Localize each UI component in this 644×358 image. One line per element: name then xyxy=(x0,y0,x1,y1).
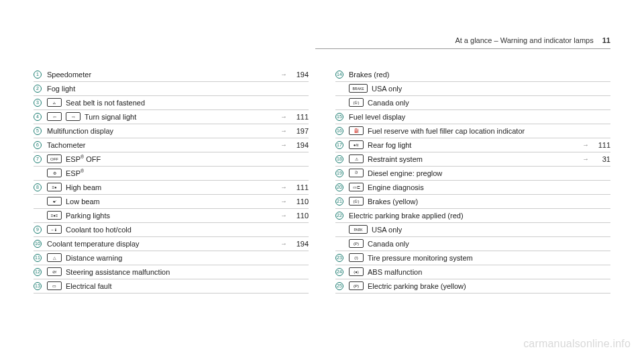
park-can-icon: (P) xyxy=(349,239,364,248)
item-label: Engine diagnosis xyxy=(368,183,610,191)
item-number: 2 xyxy=(34,85,42,93)
item-number: 11 xyxy=(34,254,42,262)
list-item: ⚙ESP® xyxy=(34,166,309,180)
page-arrow-icon: → xyxy=(582,155,589,163)
item-number: 10 xyxy=(34,240,42,248)
page-arrow-icon: → xyxy=(280,212,287,219)
page-arrow-icon: → xyxy=(280,113,287,120)
item-label: High beam xyxy=(66,183,276,191)
item-label: Speedometer xyxy=(47,71,276,79)
page-arrow-icon: → xyxy=(280,240,287,247)
item-label: Fuel level display xyxy=(349,113,610,121)
list-item: 15Fuel level display xyxy=(335,109,610,124)
item-label: Canada only xyxy=(368,99,610,107)
item-number: 22 xyxy=(335,212,343,220)
fuel-icon: ⛽ xyxy=(349,126,364,135)
item-label: Tire pressure monitoring system xyxy=(368,254,610,262)
item-number: 20 xyxy=(335,183,343,191)
list-item: (P)Canada only xyxy=(335,236,610,251)
item-number: 18 xyxy=(335,155,343,163)
preglow-icon: ᘒ xyxy=(349,169,364,177)
content-columns: 1Speedometer→1942Fog light3🜂Seat belt is… xyxy=(34,67,610,293)
battery-icon: ▭ xyxy=(47,281,62,290)
page-arrow-icon: → xyxy=(280,141,287,148)
turn-l-icon: ⇦ xyxy=(47,112,62,121)
item-number: 12 xyxy=(34,268,42,276)
item-number: 14 xyxy=(335,71,343,79)
list-item: 7OFFESP® OFF xyxy=(34,152,309,166)
list-item: 10Coolant temperature display→194 xyxy=(34,236,309,251)
item-label: USA only xyxy=(372,85,610,93)
parking-lights-icon: ≡●≡ xyxy=(47,211,62,220)
item-number: 16 xyxy=(335,127,343,135)
item-label: ABS malfunction xyxy=(368,268,610,276)
page-arrow-icon: → xyxy=(280,183,287,191)
esp-off-icon: OFF xyxy=(47,154,62,163)
item-number: 17 xyxy=(335,141,343,149)
list-item: 11△Distance warning xyxy=(34,251,309,265)
item-label: Seat belt is not fastened xyxy=(66,99,309,107)
list-item: 5Multifunction display→197 xyxy=(34,124,309,138)
header-rule xyxy=(315,48,610,49)
brake-yel-icon: (①) xyxy=(349,197,364,206)
list-item: PARKUSA only xyxy=(335,222,610,236)
item-label: Low beam xyxy=(66,197,276,206)
item-label: Steering assistance malfunction xyxy=(66,268,309,276)
list-item: 4⇦⇨Turn signal light→111 xyxy=(34,109,309,124)
item-number: 1 xyxy=(34,71,42,79)
abs-icon: (●) xyxy=(349,267,364,276)
item-label: Diesel engine: preglow xyxy=(368,169,610,177)
item-label: ESP® xyxy=(66,169,309,177)
page-ref: 194 xyxy=(290,71,309,79)
list-item: 3🜂Seat belt is not fastened xyxy=(34,95,309,109)
right-column: 14Brakes (red)BRAKEUSA only(①)Canada onl… xyxy=(335,67,610,293)
item-number: 7 xyxy=(34,155,42,163)
item-label: Rear fog light xyxy=(368,141,578,149)
header-page-number: 11 xyxy=(602,36,610,44)
list-item: 14Brakes (red) xyxy=(335,67,610,81)
item-number: 3 xyxy=(34,99,42,107)
page-arrow-icon: → xyxy=(280,197,287,205)
coolant-icon: ~🌡 xyxy=(47,225,62,234)
list-item: 12⊘!Steering assistance malfunction xyxy=(34,265,309,279)
list-item: 24(●)ABS malfunction xyxy=(335,265,610,279)
item-label: Fog light xyxy=(47,85,309,93)
page-ref: 197 xyxy=(290,127,309,135)
list-item: ●⁄Low beam→110 xyxy=(34,194,309,208)
item-number: 25 xyxy=(335,282,343,290)
item-number: 13 xyxy=(34,282,42,290)
item-label: ESP® OFF xyxy=(66,154,309,163)
item-label: Restraint system xyxy=(368,155,578,163)
item-number: 21 xyxy=(335,197,343,206)
restraint-icon: ⚠ xyxy=(349,154,364,163)
item-number: 6 xyxy=(34,141,42,149)
list-item: ≡●≡Parking lights→110 xyxy=(34,208,309,222)
item-number: 24 xyxy=(335,268,343,276)
park-yel-icon: (P) xyxy=(349,281,364,290)
item-number: 19 xyxy=(335,169,343,177)
page-header: At a glance – Warning and indicator lamp… xyxy=(455,36,610,44)
item-number: 5 xyxy=(34,127,42,135)
list-item: 22Electric parking brake applied (red) xyxy=(335,208,610,222)
list-item: 9~🌡Coolant too hot/cold xyxy=(34,222,309,236)
page-arrow-icon: → xyxy=(582,141,589,148)
page-ref: 111 xyxy=(592,141,610,149)
item-label: Canada only xyxy=(368,240,610,248)
header-title: At a glance – Warning and indicator lamp… xyxy=(455,36,593,44)
brake-usa-icon: BRAKE xyxy=(349,84,368,93)
item-number: 15 xyxy=(335,113,343,121)
engine-icon: ▭⊏ xyxy=(349,183,364,191)
item-label: Distance warning xyxy=(66,254,309,262)
page-ref: 110 xyxy=(290,212,309,220)
item-label: USA only xyxy=(372,226,610,234)
item-label: Parking lights xyxy=(66,212,276,220)
item-label: Electrical fault xyxy=(66,282,309,290)
page-arrow-icon: → xyxy=(280,127,287,134)
list-item: 19ᘒDiesel engine: preglow xyxy=(335,166,610,180)
list-item: 25(P)Electric parking brake (yellow) xyxy=(335,279,610,293)
item-number: 4 xyxy=(34,113,42,121)
list-item: 2Fog light xyxy=(34,81,309,95)
item-label: Coolant temperature display xyxy=(47,240,276,248)
park-usa-icon: PARK xyxy=(349,225,368,234)
list-item: (①)Canada only xyxy=(335,95,610,109)
